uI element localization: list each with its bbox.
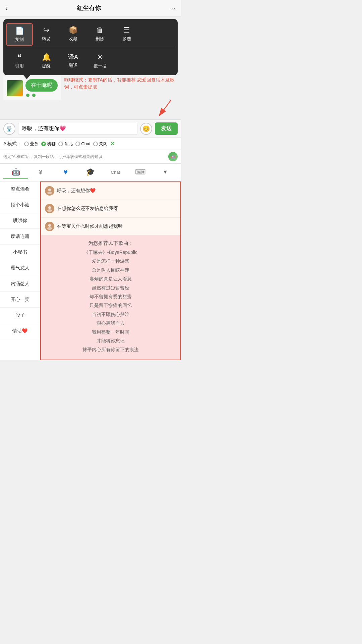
lyric-3: 虽然有过短暂曾经 [46,284,175,291]
avatar-inner-2 [45,222,54,231]
song-section-header: 为您推荐以下歌曲： [46,240,175,247]
forward-icon: ↪ [43,26,49,35]
mode-option-business[interactable]: 业务 [24,141,39,147]
annotation-area: 在干嘛呢 嗨聊模式：复制TA的话，智能推荐 恋爱回复话术及歌词，可点击提取 [3,76,178,100]
suggestion-avatar-2 [45,222,54,231]
tab-chat[interactable]: Chat [103,168,128,177]
chat-small-icon[interactable]: 🤖 [168,152,178,161]
lyric-8: 我用整整一年时间 [46,328,175,336]
lyric-1: 总是叫人目眩神迷 [46,266,175,274]
multiselect-icon: ☰ [123,26,130,35]
send-button[interactable]: 发送 [155,122,178,135]
chat-tab-label: Chat [111,170,120,175]
sidebar-item-5[interactable]: 霸气怼人 [0,260,40,276]
tab-heart[interactable]: ♥ [53,166,78,179]
suggestion-0[interactable]: 呼吸，还有想你❤️ [41,182,180,200]
translate-button[interactable]: 译A 翻译 [60,50,86,72]
tab-money[interactable]: ¥ [28,166,53,179]
robot-tab-icon: 🤖 [11,168,20,176]
mode-chat-label: Chat [81,141,90,146]
context-menu-row2: ❝ 引用 🔔 提醒 译A 翻译 ✳ 搜一搜 [6,50,175,72]
mode-option-off[interactable]: 关闭 [93,141,108,147]
delete-icon: 🗑 [96,26,104,35]
sidebar-item-7[interactable]: 开心一笑 [0,292,40,308]
suggestion-text-0: 呼吸，还有想你❤️ [57,187,96,194]
lyric-7: 狠心离我而去 [46,319,175,327]
tab-education[interactable]: 🎓 [78,166,103,179]
online-indicator-2 [32,94,36,97]
suggestion-1[interactable]: 在想你怎么还不发信息给我呀 [41,200,180,218]
lyric-0: 爱是怎样一种游戏 [46,257,175,265]
avatar-inner-0 [45,186,54,196]
translate-label: 翻译 [69,62,77,68]
copy-button[interactable]: 📄 复制 [6,23,33,46]
avatar-inner-1 [45,204,54,213]
search-label: 搜一搜 [94,63,107,69]
suggestion-2[interactable]: 在等宝贝什么时候才能想起我呀 [41,218,180,235]
avatar-image [7,80,23,96]
translate-icon: 译A [68,53,78,61]
voice-button[interactable]: 📡 [3,123,15,135]
close-button[interactable]: ✕ [110,141,115,147]
person-icon-0 [46,187,53,194]
search-icon: ✳ [97,53,103,62]
forward-button[interactable]: ↪ 转发 [33,23,60,46]
sidebar: 整点酒肴 搭个小讪 哄哄你 废话连篇 小秘书 霸气怼人 内涵怼人 开心一笑 段子… [0,181,40,360]
message-input[interactable] [18,123,137,135]
svg-point-2 [47,192,52,194]
emoji-button[interactable]: 😊 [140,123,152,135]
mode-option-parenting[interactable]: 育儿 [58,141,73,147]
ai-mode-bar: Ai模式： 业务 嗨聊 育儿 Chat 关闭 ✕ [0,138,181,150]
more-button[interactable]: ··· [170,4,176,12]
sidebar-item-4[interactable]: 小秘书 [0,245,40,260]
song-name[interactable]: 《干嘛去》-BoysRepublic [46,249,175,256]
chevron-down-icon: ▼ [163,169,168,175]
svg-point-3 [48,206,51,209]
context-menu-row1: 📄 复制 ↪ 转发 📦 收藏 🗑 删除 ☰ 多选 [6,23,175,46]
mode-parenting-label: 育儿 [64,141,73,147]
mode-option-haichat[interactable]: 嗨聊 [41,141,56,147]
delete-label: 删除 [96,36,104,42]
page-title: 红尘有你 [77,4,101,12]
sidebar-item-2[interactable]: 哄哄你 [0,213,40,229]
sidebar-item-3[interactable]: 废话连篇 [0,229,40,245]
lyric-5: 只是留下惨痛的回忆 [46,302,175,309]
sidebar-item-0[interactable]: 整点酒肴 [0,181,40,197]
radio-haichat [41,142,46,146]
back-button[interactable]: ‹ [5,4,8,12]
svg-point-4 [47,209,52,212]
mode-haichat-label: 嗨聊 [47,141,56,147]
quote-button[interactable]: ❝ 引用 [6,50,33,72]
quote-label: 引用 [15,63,24,69]
search-button[interactable]: ✳ 搜一搜 [86,50,113,72]
svg-point-5 [48,224,51,227]
sidebar-item-9[interactable]: 情话❤️ [0,323,40,339]
favorite-button[interactable]: 📦 收藏 [60,23,86,46]
radio-parenting [58,142,63,146]
emoji-icon: 😊 [142,125,150,132]
tab-more[interactable]: ▼ [153,167,178,178]
copy-icon: 📄 [15,26,24,35]
tab-ai[interactable]: 🤖 [3,166,28,179]
chat-preview: 在干嘛呢 [3,76,61,100]
delete-button[interactable]: 🗑 删除 [86,23,113,46]
remind-button[interactable]: 🔔 提醒 [33,50,60,72]
person-icon-1 [46,205,53,212]
sidebar-item-6[interactable]: 内涵怼人 [0,276,40,292]
mode-business-label: 业务 [30,141,39,147]
mode-option-chat[interactable]: Chat [75,141,90,146]
robot-icon: 🤖 [171,154,176,159]
sidebar-item-1[interactable]: 搭个小讪 [0,197,40,213]
yen-icon: ¥ [39,168,43,176]
multiselect-button[interactable]: ☰ 多选 [113,23,140,46]
online-indicator [26,94,29,97]
suggestion-text-1: 在想你怎么还不发信息给我呀 [57,205,118,212]
bell-icon: 🔔 [42,53,51,62]
mode-off-label: 关闭 [99,141,108,147]
lyric-10: 抹平内心所有你留下的痕迹 [46,346,175,353]
annotation-text: 嗨聊模式：复制TA的话，智能推荐 恋爱回复话术及歌词，可点击提取 [64,76,178,91]
sidebar-item-8[interactable]: 段子 [0,308,40,323]
tab-keyboard[interactable]: ⌨ [128,166,153,179]
heart-icon: ♥ [63,168,68,176]
main-content: 整点酒肴 搭个小讪 哄哄你 废话连篇 小秘书 霸气怼人 内涵怼人 开心一笑 段子… [0,181,181,360]
